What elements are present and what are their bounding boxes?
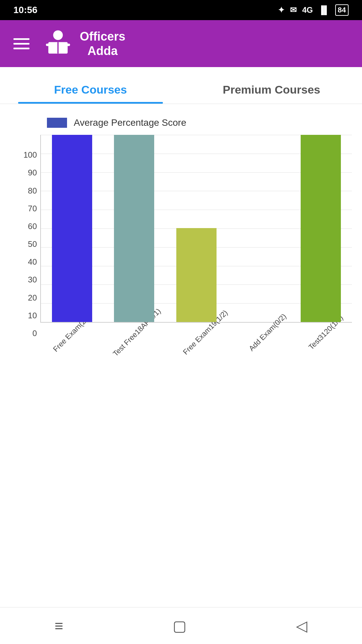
notification-icon: ✉ — [290, 5, 297, 15]
bar-chart: 0 10 20 30 40 50 60 70 80 90 100 — [7, 135, 352, 338]
data-icon: 4G — [302, 5, 313, 15]
logo-text: Officers Adda — [80, 29, 125, 58]
back-menu-icon[interactable]: ≡ — [55, 618, 63, 634]
chart-grid — [40, 135, 352, 323]
chart-container: Average Percentage Score 0 10 20 30 40 5… — [0, 104, 362, 607]
bottom-nav: ≡ ▢ ◁ — [0, 607, 362, 644]
y-label-1: 10 — [7, 311, 37, 320]
status-bar: 10:56 ✦ ✉ 4G ▐▌ 84 — [0, 0, 362, 20]
y-label-9: 90 — [7, 168, 37, 177]
legend-label: Average Percentage Score — [74, 117, 186, 128]
logo-area: Officers Adda — [43, 29, 125, 59]
svg-rect-3 — [46, 44, 51, 46]
bluetooth-icon: ✦ — [278, 5, 285, 15]
y-label-5: 50 — [7, 239, 37, 249]
back-icon[interactable]: ◁ — [296, 617, 307, 634]
chart-legend: Average Percentage Score — [47, 117, 352, 128]
legend-color — [47, 118, 67, 128]
y-label-2: 20 — [7, 293, 37, 303]
toolbar: Officers Adda — [0, 20, 362, 67]
svg-rect-2 — [57, 42, 59, 54]
svg-point-0 — [53, 30, 63, 40]
bar-0 — [52, 135, 92, 322]
tab-free-courses[interactable]: Free Courses — [0, 74, 181, 104]
y-label-3: 30 — [7, 275, 37, 284]
logo-icon — [43, 29, 73, 59]
bar-wrapper-4 — [293, 135, 349, 322]
y-label-10: 100 — [7, 150, 37, 160]
bar-1 — [114, 135, 154, 322]
tabs-container: Free Courses Premium Courses — [0, 74, 362, 104]
y-label-0: 0 — [7, 329, 37, 338]
y-label-6: 60 — [7, 222, 37, 231]
time: 10:56 — [13, 5, 38, 15]
bar-wrapper-2 — [169, 135, 224, 322]
tab-premium-courses[interactable]: Premium Courses — [181, 74, 362, 104]
y-label-7: 70 — [7, 204, 37, 213]
battery-icon: 84 — [335, 4, 349, 16]
home-icon[interactable]: ▢ — [173, 617, 187, 634]
bar-wrapper-1 — [107, 135, 162, 322]
signal-icon: ▐▌ — [318, 5, 330, 15]
y-label-8: 80 — [7, 186, 37, 196]
bar-4 — [301, 135, 341, 322]
bar-wrapper-0 — [44, 135, 100, 322]
bars — [41, 135, 352, 322]
x-labels: Free Exam(2/2) Test Free18AP(1/1) Free E… — [40, 326, 352, 338]
menu-button[interactable] — [13, 38, 29, 49]
y-axis: 0 10 20 30 40 50 60 70 80 90 100 — [7, 150, 40, 338]
status-icons: ✦ ✉ 4G ▐▌ 84 — [278, 4, 349, 16]
svg-rect-4 — [65, 44, 70, 46]
bar-wrapper-3 — [231, 135, 287, 322]
y-label-4: 40 — [7, 257, 37, 267]
chart-area: Free Exam(2/2) Test Free18AP(1/1) Free E… — [40, 135, 352, 338]
bar-2 — [176, 228, 217, 322]
